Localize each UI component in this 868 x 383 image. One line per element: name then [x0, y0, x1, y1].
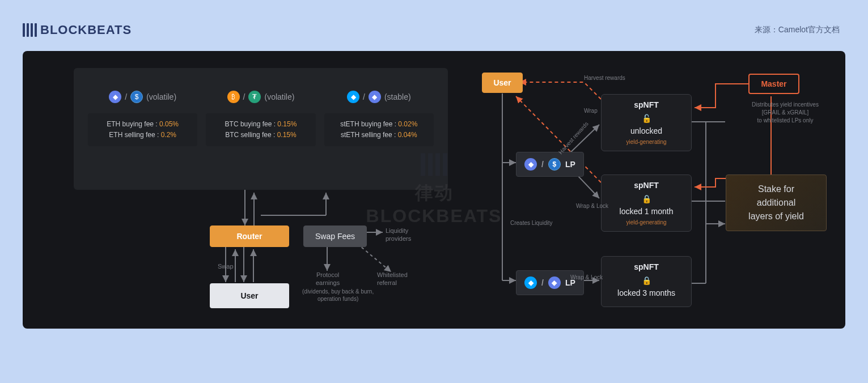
- blockbeats-logo: BLOCKBEATS: [23, 23, 132, 37]
- watermark-text2: BLOCKBEATS: [366, 206, 502, 227]
- spnft-title: spNFT: [609, 100, 683, 109]
- eth-icon: ◆: [548, 276, 561, 289]
- lp-label: LP: [565, 160, 575, 169]
- eth-icon: ◆: [109, 91, 121, 103]
- eth-icon: ◆: [524, 158, 537, 171]
- logo-text: BLOCKBEATS: [40, 23, 132, 37]
- harvest-label: Harvest rewards: [584, 75, 625, 81]
- btc-icon: ₿: [227, 91, 240, 103]
- usd-icon: $: [548, 158, 561, 171]
- usdt-icon: ₮: [248, 91, 261, 103]
- protocol-sub-label: (dividends, buy back & burn, operation f…: [302, 288, 374, 303]
- spnft-title: spNFT: [609, 181, 683, 190]
- protocol-earnings-label: Protocol earnings: [316, 271, 340, 287]
- eth-icon: ◆: [369, 91, 381, 103]
- pair-type: (stable): [384, 92, 411, 101]
- pair-type: (volatile): [264, 92, 294, 101]
- spnft-unlocked: spNFT 🔓 unlocked yield-generating: [601, 94, 692, 151]
- lock-icon: 🔒: [609, 276, 683, 285]
- whitelisted-referral-label: Whitelisted referral: [377, 271, 408, 287]
- unlock-icon: 🔓: [609, 114, 683, 123]
- creates-liquidity-label: Creates Liquidity: [510, 220, 552, 226]
- fee-col-2: ₿/₮(volatile) BTC buying fee : 0.15% BTC…: [206, 91, 315, 167]
- router-box: Router: [210, 225, 289, 247]
- source-label: 来源：Camelot官方文档: [755, 25, 840, 35]
- master-note: Distributes yield incentives [GRAIL & xG…: [746, 101, 825, 125]
- lp-box-1: ◆/$LP: [516, 152, 584, 177]
- stake-box: Stake for additional layers of yield: [726, 175, 827, 231]
- spnft-title: spNFT: [609, 262, 683, 271]
- steth-icon: ◆: [347, 91, 359, 103]
- master-box: Master: [748, 74, 799, 94]
- liquidity-providers-label: Liquidity providers: [386, 227, 411, 243]
- spnft-gen: yield-generating: [609, 139, 683, 145]
- fee-col-3: ◆/◆(stable) stETH buying fee : 0.02% stE…: [324, 91, 434, 167]
- spnft-status: unlocked: [609, 126, 683, 135]
- wrap-lock-label: Wrap & Lock: [576, 203, 608, 209]
- spnft-locked-3m: spNFT 🔒 locked 3 months: [601, 256, 692, 307]
- fee-panel: ◆/$(volatile) ETH buying fee : 0.05% ETH…: [74, 68, 448, 190]
- user-box: User: [210, 283, 289, 308]
- svg-line-10: [357, 244, 391, 272]
- spnft-gen: yield-generating: [609, 219, 683, 225]
- swap-label: Swap: [218, 263, 234, 270]
- steth-icon: ◆: [524, 276, 537, 289]
- wrap-lock-label-2: Wrap & Lock: [570, 274, 603, 280]
- usd-icon: $: [130, 91, 143, 103]
- spnft-locked-1m: spNFT 🔒 locked 1 month yield-generating: [601, 175, 692, 232]
- spnft-status: locked 3 months: [609, 288, 683, 297]
- harvest-label-2: Harvest rewards: [557, 121, 590, 155]
- lock-icon: 🔒: [609, 194, 683, 203]
- wrap-label: Wrap: [584, 108, 598, 114]
- pair-type: (volatile): [146, 92, 176, 101]
- spnft-status: locked 1 month: [609, 207, 683, 216]
- user-box-right: User: [482, 73, 523, 93]
- fee-col-1: ◆/$(volatile) ETH buying fee : 0.05% ETH…: [88, 91, 197, 167]
- swap-fees-box: Swap Fees: [303, 225, 367, 247]
- architecture-diagram: 律动 BLOCKBEATS ◆/$(volatile) ETH buying f…: [23, 51, 845, 329]
